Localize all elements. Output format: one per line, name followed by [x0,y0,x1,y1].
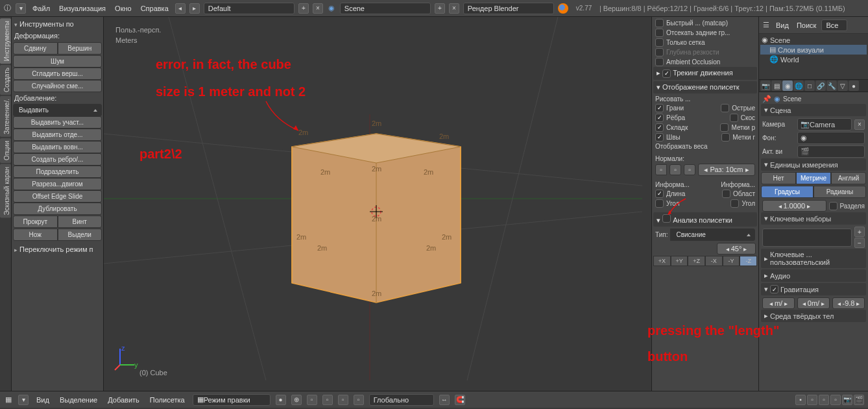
mode-selector[interactable]: ▦ Режим правки [193,394,271,406]
loopcut-button[interactable]: Разреза...двигом [13,178,102,190]
tab-grease[interactable]: Эскизный каран [0,164,11,218]
tab-create[interactable]: Создать [0,65,11,95]
radians-button[interactable]: Радианы [814,186,866,198]
fwd-icon[interactable]: ▸ [189,3,200,14]
axis-px[interactable]: +X [653,256,671,266]
tab-data[interactable]: ▽ [838,81,848,91]
edges-checkbox[interactable] [655,114,664,122]
tab-world[interactable]: 🌐 [793,81,804,91]
normal-split-button[interactable]: ▫ [684,164,695,175]
tab-shading[interactable]: Затенение/. [0,96,11,137]
normal-face-button[interactable]: ▫ [669,164,681,175]
3d-viewport[interactable]: Польз.-персп. Meters 2m 2 [104,17,651,391]
orientation-selector[interactable]: Глобально [369,394,434,406]
matcap-checkbox[interactable] [655,19,664,27]
noise-button[interactable]: Шум [13,55,102,68]
outliner-editor-icon[interactable]: ☰ [762,21,771,30]
layer-btn[interactable]: ▫ [819,395,829,405]
slide-button[interactable]: Сдвину [13,42,58,55]
select-button[interactable]: Выдели [58,229,102,241]
facemarks-checkbox[interactable] [721,133,730,142]
background-field[interactable]: ◉ [797,132,865,144]
motion-tracking-header[interactable]: ▸ Трекинг движения [653,67,757,80]
faces-checkbox[interactable] [655,104,664,112]
select-vertex-icon[interactable]: ▫ [307,395,317,405]
extrude-dropdown[interactable]: Выдавить [13,104,102,116]
scene-section-header[interactable]: ▾ Сцена [761,104,866,116]
mesh-display-header[interactable]: ▾ Отображение полисетк [653,81,757,93]
tab-constraints[interactable]: 🔗 [815,81,826,91]
vertex-button[interactable]: Вершин [58,42,102,55]
scene-selector[interactable]: Scene [340,3,431,14]
tab-tools[interactable]: Инструменты [0,18,11,64]
wireframe-checkbox[interactable] [655,38,664,47]
extrude-region-button[interactable]: Выдавить участ... [13,116,102,129]
unit-scale-field[interactable]: ◂ 1.0000 ▸ [762,200,826,212]
axis-ny[interactable]: -Y [723,256,740,266]
expand2-icon[interactable]: ▾ [18,395,29,405]
clear-camera-icon[interactable]: × [854,119,865,130]
pivot-icon[interactable]: ⊕ [291,395,302,405]
shading-solid-icon[interactable]: ● [276,395,286,405]
menu-render[interactable]: Визуализация [56,3,108,14]
keying-section-header[interactable]: ▾ Ключевые наборы [761,212,866,225]
audio-section-header[interactable]: ▸ Аудио [761,269,866,282]
add-menu[interactable]: Добавить [105,395,142,405]
edgemarks-checkbox[interactable] [720,123,729,132]
add-layout-icon[interactable]: + [298,3,309,14]
toggle-header[interactable]: ▸Переключить режим п [13,243,102,255]
sharp-checkbox[interactable] [721,104,729,112]
units-section-header[interactable]: ▾ Единицы измерения [761,158,866,171]
extrude-individual-button[interactable]: Выдавить отде... [13,129,102,141]
unit-imperial-button[interactable]: Англий [831,172,866,184]
active-clip-field[interactable]: 🎬 [797,145,865,158]
smooth-button[interactable]: Сгладить верш... [13,68,102,80]
backface-checkbox[interactable] [655,29,664,37]
randomize-button[interactable]: Случайное сме... [13,80,102,92]
tab-material[interactable]: ● [849,81,859,91]
select-menu[interactable]: Выделение [57,395,100,405]
seams-checkbox[interactable] [655,133,664,142]
manipulator-icon[interactable]: ↔ [439,395,450,405]
menu-help[interactable]: Справка [138,3,171,14]
select-face-icon[interactable]: ▫ [338,395,348,405]
length-checkbox[interactable] [655,190,664,198]
rigidbody-section-header[interactable]: ▸ Среда твёрдых тел [761,310,866,322]
layer-btn[interactable]: ▪ [795,395,806,405]
angle-45-field[interactable]: ◂ 45° ▸ [717,243,756,254]
info-editor-icon[interactable]: ⓘ [3,4,12,13]
3dview-editor-icon[interactable]: ▦ [4,395,13,404]
menu-window[interactable]: Окно [112,3,134,14]
duplicate-button[interactable]: Дублировать [13,203,102,215]
keying-remove-icon[interactable]: − [854,238,865,248]
dof-checkbox[interactable] [655,48,664,56]
extrude-vertices-button[interactable]: Выдавить вовн... [13,141,102,153]
axis-pz[interactable]: +Z [688,256,705,266]
layer-btn[interactable]: ▫ [807,395,817,405]
camera-field[interactable]: 📷 Camera [797,118,852,130]
del-layout-icon[interactable]: × [313,3,323,14]
select-edge-icon[interactable]: ▫ [322,395,333,405]
gravity-x[interactable]: ◂ m/ ▸ [762,297,795,309]
creases-checkbox[interactable] [655,123,664,132]
expand-icon[interactable]: ▾ [16,3,26,14]
pin-icon[interactable]: 📌 [762,95,771,103]
tab-object[interactable]: □ [804,81,815,91]
colormgmt-section-header[interactable]: ▸ Ключевые ... пользовательский [761,249,866,268]
layer-btn[interactable]: ▫ [830,395,841,405]
normal-vertex-button[interactable]: ▫ [655,164,667,175]
bevel-checkbox[interactable] [730,114,738,122]
analysis-type-dropdown[interactable]: Свисание [670,229,755,241]
keying-add-icon[interactable]: + [854,227,865,237]
unit-metric-button[interactable]: Метриче [796,172,831,184]
tab-layers[interactable]: ▤ [771,81,782,91]
tab-options[interactable]: Опции [0,138,11,163]
outliner-tree[interactable]: ◉Scene ▤Слои визуали 🌐World [759,34,868,79]
subdivide-button[interactable]: Подразделить [13,166,102,178]
area-checkbox[interactable] [722,190,730,198]
gravity-z[interactable]: ◂ -9.8 ▸ [832,297,865,309]
angle-checkbox[interactable] [655,199,664,208]
offset-edge-button[interactable]: Offset Edge Slide [13,190,102,203]
tab-render[interactable]: 📷 [760,81,771,91]
layout-selector[interactable]: Default [204,3,295,14]
